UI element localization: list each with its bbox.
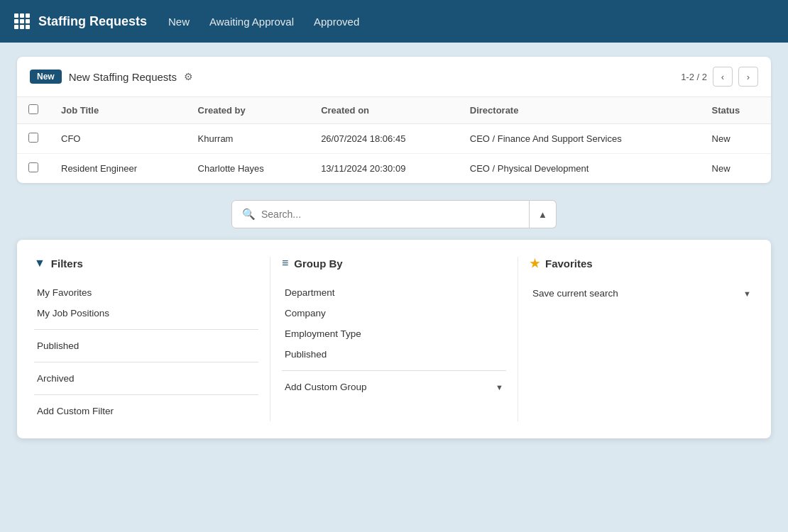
row2-created-by: Charlotte Hayes [187, 154, 310, 184]
search-wrapper: 🔍 [231, 200, 530, 228]
col-directorate[interactable]: Directorate [459, 97, 701, 124]
groupby-panel: ≡ Group By Department Company Employment… [270, 257, 518, 421]
row1-created-by: Khurram [187, 124, 310, 154]
pagination-next-button[interactable]: › [738, 67, 758, 87]
filter-my-favorites[interactable]: My Favorites [34, 282, 258, 303]
filters-panel: ▼ Filters My Favorites My Job Positions … [34, 257, 270, 421]
table-row[interactable]: Resident Engineer Charlotte Hayes 13/11/… [17, 154, 771, 184]
nav-title: Staffing Requests [38, 14, 147, 29]
row1-directorate: CEO / Finance And Support Services [459, 124, 701, 154]
pagination-prev-button[interactable]: ‹ [713, 67, 733, 87]
filter-archived[interactable]: Archived [34, 368, 258, 389]
favorites-label: Favorites [545, 257, 593, 270]
table-header-left: New New Staffing Requests ⚙ [30, 70, 193, 84]
select-all-checkbox[interactable] [28, 104, 38, 114]
nav-links: New Awaiting Approval Approved [168, 16, 359, 28]
filter-divider-3 [34, 394, 258, 395]
nav-brand: Staffing Requests [14, 13, 147, 29]
select-all-col [17, 97, 50, 124]
nav-link-new[interactable]: New [168, 16, 190, 28]
pagination-text: 1-2 / 2 [681, 72, 707, 82]
top-nav: Staffing Requests New Awaiting Approval … [0, 0, 788, 43]
groupby-label: Group By [294, 257, 342, 270]
row1-created-on: 26/07/2024 18:06:45 [310, 124, 459, 154]
row2-checkbox[interactable] [28, 162, 38, 172]
table-header-row: Job Title Created by Created on Director… [17, 97, 771, 124]
add-custom-filter[interactable]: Add Custom Filter [34, 401, 258, 421]
groupby-heading: ≡ Group By [282, 257, 506, 270]
search-dropdown-panel: ▼ Filters My Favorites My Job Positions … [17, 240, 771, 438]
col-job-title[interactable]: Job Title [50, 97, 187, 124]
chevron-down-icon: ▼ [496, 383, 503, 392]
groupby-employment-type[interactable]: Employment Type [282, 323, 506, 344]
staffing-table: Job Title Created by Created on Director… [17, 97, 771, 183]
groupby-icon: ≡ [282, 257, 288, 270]
row1-status: New [701, 124, 771, 154]
search-input[interactable] [261, 209, 519, 220]
col-created-on[interactable]: Created on [310, 97, 459, 124]
favorites-panel: ★ Favorites Save current search ▼ [518, 257, 754, 421]
filters-label: Filters [51, 257, 83, 270]
row2-checkbox-cell [17, 154, 50, 184]
main-content: New New Staffing Requests ⚙ 1-2 / 2 ‹ › … [0, 43, 788, 453]
row2-job-title: Resident Engineer [50, 154, 187, 184]
grid-icon[interactable] [14, 13, 30, 29]
row2-created-on: 13/11/2024 20:30:09 [310, 154, 459, 184]
filter-published[interactable]: Published [34, 336, 258, 356]
filter-divider-1 [34, 329, 258, 330]
row1-job-title: CFO [50, 124, 187, 154]
favorites-heading: ★ Favorites [530, 257, 754, 270]
search-area: 🔍 ▲ [17, 200, 771, 228]
row1-checkbox[interactable] [28, 133, 38, 143]
filter-icon: ▼ [34, 257, 45, 270]
col-status[interactable]: Status [701, 97, 771, 124]
chevron-down-icon: ▼ [743, 289, 751, 298]
groupby-department[interactable]: Department [282, 282, 506, 303]
groupby-divider [282, 370, 506, 371]
col-created-by[interactable]: Created by [187, 97, 310, 124]
groupby-company[interactable]: Company [282, 303, 506, 323]
table-header: New New Staffing Requests ⚙ 1-2 / 2 ‹ › [17, 57, 771, 97]
table-card: New New Staffing Requests ⚙ 1-2 / 2 ‹ › … [17, 57, 771, 183]
nav-link-approved[interactable]: Approved [314, 16, 359, 28]
row2-directorate: CEO / Physical Development [459, 154, 701, 184]
add-custom-group[interactable]: Add Custom Group ▼ [282, 377, 506, 397]
row2-status: New [701, 154, 771, 184]
filter-my-job-positions[interactable]: My Job Positions [34, 303, 258, 323]
table-pagination: 1-2 / 2 ‹ › [681, 67, 758, 87]
save-current-search-label: Save current search [532, 288, 618, 299]
search-toggle-button[interactable]: ▲ [530, 200, 557, 228]
status-badge: New [30, 70, 62, 84]
table-row[interactable]: CFO Khurram 26/07/2024 18:06:45 CEO / Fi… [17, 124, 771, 154]
gear-icon[interactable]: ⚙ [184, 71, 193, 82]
groupby-published[interactable]: Published [282, 344, 506, 365]
search-icon: 🔍 [242, 208, 256, 221]
table-title: New Staffing Requests [69, 71, 177, 83]
add-custom-group-label: Add Custom Group [285, 382, 367, 392]
nav-link-awaiting[interactable]: Awaiting Approval [209, 16, 294, 28]
save-current-search[interactable]: Save current search ▼ [530, 283, 754, 304]
star-icon: ★ [530, 257, 540, 270]
filters-heading: ▼ Filters [34, 257, 258, 270]
filter-divider-2 [34, 362, 258, 362]
row1-checkbox-cell [17, 124, 50, 154]
